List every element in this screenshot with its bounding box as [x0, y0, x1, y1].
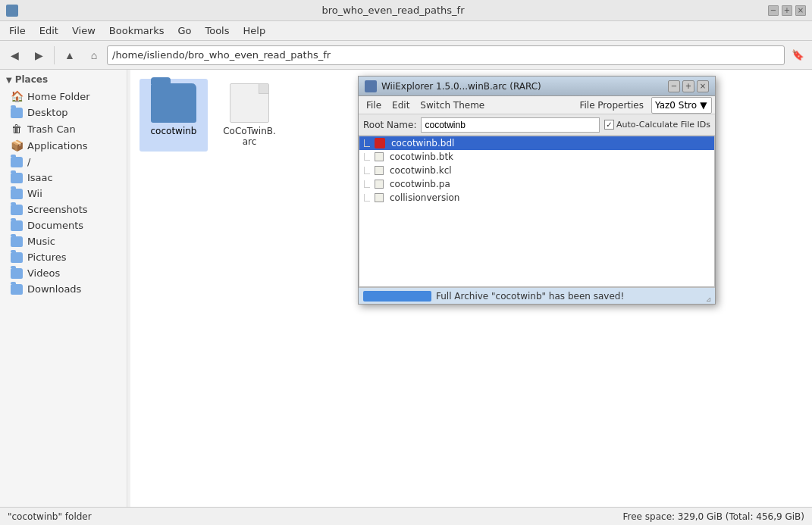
wii-file-row-kcl[interactable]: cocotwinb.kcl: [359, 164, 714, 177]
wii-file-list[interactable]: cocotwinb.bdl cocotwinb.btk cocotwinb.kc…: [359, 136, 715, 287]
sidebar-item-applications[interactable]: 📦 Applications: [0, 137, 127, 154]
wii-title-left: WiiExplorer 1.5.0...winB.arc (RARC): [365, 80, 541, 92]
wii-menu-switch-theme[interactable]: Switch Theme: [415, 98, 489, 112]
maximize-button[interactable]: +: [782, 5, 792, 16]
cocotwinb-folder-icon: [151, 83, 196, 123]
home-icon: 🏠: [11, 90, 23, 102]
wii-minimize-button[interactable]: −: [668, 80, 680, 92]
window-title: bro_who_even_read_paths_fr: [18, 5, 768, 16]
documents-folder-icon: [11, 220, 23, 231]
menu-go[interactable]: Go: [171, 23, 197, 38]
file-item-cocotwinb[interactable]: cocotwinb: [140, 79, 208, 152]
wii-menu-file[interactable]: File: [362, 98, 386, 112]
sidebar: ▼ Places 🏠 Home Folder Desktop 🗑 Trash C…: [0, 70, 127, 507]
status-right: Free space: 329,0 GiB (Total: 456,9 GiB): [623, 511, 804, 522]
wii-file-name-pa: cocotwinb.pa: [390, 179, 450, 189]
sidebar-label-trash: Trash Can: [27, 123, 76, 135]
downloads-folder-icon: [11, 284, 23, 295]
wii-btk-icon: [375, 152, 384, 161]
wii-tree-line-bdl: [364, 139, 370, 147]
cocotwinb-arc-label: CoCoTwinB.arc: [223, 126, 276, 147]
wii-file-name-btk: cocotwinb.btk: [390, 152, 453, 162]
status-left: "cocotwinb" folder: [8, 511, 92, 522]
sidebar-label-isaac: Isaac: [27, 172, 53, 183]
sidebar-label-screenshots: Screenshots: [27, 204, 88, 215]
wii-auto-calc-label: ✓ Auto-Calculate File IDs: [604, 120, 710, 130]
forward-button[interactable]: ▶: [27, 44, 50, 67]
file-item-cocotwinb-arc[interactable]: CoCoTwinB.arc: [215, 79, 284, 152]
places-arrow: ▼: [6, 76, 12, 84]
sidebar-label-apps: Applications: [27, 140, 87, 152]
sidebar-item-isaac[interactable]: Isaac: [0, 170, 127, 186]
wii-tree-line-cv: [364, 194, 370, 202]
minimize-button[interactable]: −: [768, 5, 779, 16]
wii-menu-edit[interactable]: Edit: [387, 98, 414, 112]
sidebar-label-wii: Wii: [27, 188, 42, 199]
sidebar-item-music[interactable]: Music: [0, 233, 127, 249]
bookmark-button[interactable]: 🔖: [786, 44, 809, 67]
menu-view[interactable]: View: [66, 23, 102, 38]
pictures-folder-icon: [11, 252, 23, 263]
wii-file-name-kcl: cocotwinb.kcl: [390, 165, 452, 176]
wii-auto-calc-checkbox[interactable]: ✓: [604, 120, 614, 130]
screenshots-folder-icon: [11, 205, 23, 215]
wii-title-controls: − + ×: [668, 80, 709, 92]
sidebar-label-documents: Documents: [27, 220, 83, 231]
sidebar-item-videos[interactable]: Videos: [0, 265, 127, 281]
menu-bookmarks[interactable]: Bookmarks: [103, 23, 171, 38]
wii-file-row-btk[interactable]: cocotwinb.btk: [359, 150, 714, 164]
wii-menu-bar: File Edit Switch Theme File Properties Y…: [359, 96, 715, 114]
menu-file[interactable]: File: [3, 23, 32, 38]
file-area[interactable]: cocotwinb CoCoTwinB.arc WiiExplorer 1.5.…: [130, 70, 812, 507]
wii-bdl-icon: [375, 138, 385, 148]
sidebar-item-home-folder[interactable]: 🏠 Home Folder: [0, 88, 127, 105]
wii-tree-line-kcl: [364, 167, 370, 174]
wii-theme-dropdown[interactable]: Yaz0 Stro ▼: [651, 97, 712, 114]
wii-file-row-cv[interactable]: collisionversion: [359, 191, 714, 205]
wii-title-text: WiiExplorer 1.5.0...winB.arc (RARC): [381, 81, 541, 92]
wii-root-name-input[interactable]: [421, 117, 600, 133]
wii-toolbar: Root Name: ✓ Auto-Calculate File IDs: [359, 114, 715, 136]
sidebar-label-pictures: Pictures: [27, 252, 66, 263]
sidebar-label-music: Music: [27, 236, 55, 247]
sidebar-item-documents[interactable]: Documents: [0, 217, 127, 233]
up-button[interactable]: ▲: [58, 44, 81, 67]
wii-resize-handle[interactable]: ⊿: [706, 295, 713, 303]
app-icon: [6, 5, 18, 17]
home-button[interactable]: ⌂: [83, 44, 105, 67]
wii-folder-icon: [11, 189, 23, 199]
address-bar[interactable]: /home/isliendo/bro_who_even_read_paths_f…: [107, 45, 785, 65]
wii-status-message: Full Archive "cocotwinb" has been saved!: [436, 291, 624, 302]
sidebar-item-screenshots[interactable]: Screenshots: [0, 202, 127, 217]
wii-tree-line-pa: [364, 180, 370, 188]
menu-help[interactable]: Help: [237, 23, 272, 38]
menu-edit[interactable]: Edit: [33, 23, 64, 38]
sidebar-item-downloads[interactable]: Downloads: [0, 281, 127, 297]
wii-file-row-pa[interactable]: cocotwinb.pa: [359, 177, 714, 191]
close-button[interactable]: ×: [795, 5, 806, 16]
sidebar-item-trash-can[interactable]: 🗑 Trash Can: [0, 120, 127, 137]
wii-maximize-button[interactable]: +: [682, 80, 694, 92]
title-bar: bro_who_even_read_paths_fr − + ×: [0, 0, 812, 21]
back-button[interactable]: ◀: [3, 44, 26, 67]
sidebar-item-wii[interactable]: Wii: [0, 186, 127, 202]
wii-progress-bar: [363, 291, 431, 302]
wii-status-bar: Full Archive "cocotwinb" has been saved!…: [359, 287, 715, 304]
wii-explorer-dialog: WiiExplorer 1.5.0...winB.arc (RARC) − + …: [358, 76, 716, 305]
menu-tools[interactable]: Tools: [199, 23, 235, 38]
wii-file-name-cv: collisionversion: [390, 192, 459, 203]
main-content: ▼ Places 🏠 Home Folder Desktop 🗑 Trash C…: [0, 70, 812, 507]
sidebar-item-root[interactable]: /: [0, 154, 127, 170]
places-label: Places: [15, 74, 48, 85]
menu-bar: File Edit View Bookmarks Go Tools Help: [0, 21, 812, 41]
sidebar-section-places[interactable]: ▼ Places: [0, 70, 127, 88]
isaac-folder-icon: [11, 173, 23, 183]
trash-icon: 🗑: [11, 123, 23, 135]
wii-file-row-bdl[interactable]: cocotwinb.bdl: [359, 136, 714, 150]
music-folder-icon: [11, 236, 23, 247]
wii-menu-file-props[interactable]: File Properties: [575, 98, 648, 112]
sidebar-item-pictures[interactable]: Pictures: [0, 249, 127, 265]
wii-close-button[interactable]: ×: [697, 80, 709, 92]
sidebar-item-desktop[interactable]: Desktop: [0, 105, 127, 120]
sidebar-label-root: /: [27, 156, 30, 167]
